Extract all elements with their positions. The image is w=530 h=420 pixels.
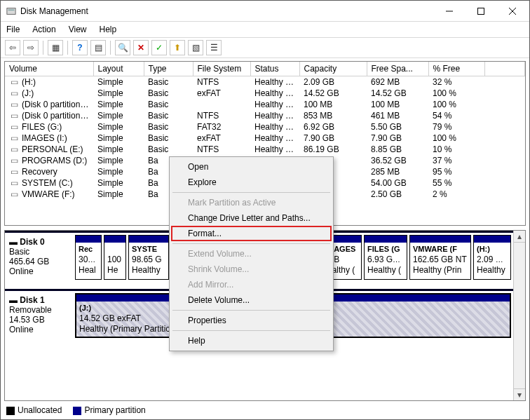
volume-row[interactable]: ▭(J:)SimpleBasicexFATHealthy ( ...14.52 … bbox=[5, 88, 525, 99]
disk0-partition[interactable]: FILES (G6.93 GB FHealthy ( bbox=[364, 235, 407, 280]
ctx-delete-volume[interactable]: Delete Volume... bbox=[171, 292, 332, 308]
column-header[interactable]: Status bbox=[250, 62, 299, 76]
cell: 95 % bbox=[428, 166, 484, 177]
partition-body: 100He bbox=[104, 243, 125, 278]
disk0-size: 465.64 GB bbox=[9, 257, 49, 266]
disk0-partition[interactable]: Rec300 MHeal bbox=[75, 235, 102, 280]
new-icon[interactable]: ▧ bbox=[188, 40, 203, 55]
search-icon[interactable]: 🔍 bbox=[115, 40, 130, 55]
ctx-explore[interactable]: Explore bbox=[171, 175, 332, 190]
partition-header bbox=[410, 236, 470, 243]
ctx-format[interactable]: Format... bbox=[171, 226, 332, 241]
column-header[interactable]: File System bbox=[193, 62, 250, 76]
partition-size: 2.09 GB bbox=[477, 255, 508, 264]
ctx-properties[interactable]: Properties bbox=[171, 313, 332, 328]
table-view-icon[interactable]: ▦ bbox=[48, 40, 63, 55]
cell: Simple bbox=[93, 166, 144, 177]
partition-size: 98.65 G bbox=[132, 255, 162, 264]
volume-row[interactable]: ▭(Disk 0 partition 5)SimpleBasicNTFSHeal… bbox=[5, 110, 525, 121]
column-header[interactable]: Free Spa... bbox=[367, 62, 428, 76]
swatch-black bbox=[6, 407, 15, 415]
volume-row[interactable]: ▭PERSONAL (E:)SimpleBasicNTFSHealthy (P.… bbox=[5, 144, 525, 155]
cell: Healthy (P... bbox=[250, 133, 299, 144]
column-header[interactable]: % Free bbox=[428, 62, 484, 76]
cell: 37 % bbox=[428, 155, 484, 166]
volume-row[interactable]: ▭(Disk 0 partition 2)SimpleBasicHealthy … bbox=[5, 99, 525, 110]
cell: Simple bbox=[93, 189, 144, 200]
vertical-scrollbar[interactable]: ▴ ▾ bbox=[513, 231, 525, 400]
maximize-button[interactable] bbox=[465, 1, 496, 21]
scroll-down-icon[interactable]: ▾ bbox=[514, 388, 525, 400]
cell bbox=[193, 99, 250, 110]
partition-name: VMWARE (F bbox=[413, 245, 457, 253]
ctx-open[interactable]: Open bbox=[171, 159, 332, 175]
folder-up-icon[interactable]: ⬆ bbox=[170, 40, 185, 55]
menu-view[interactable]: View bbox=[67, 23, 88, 36]
cell: 100 % bbox=[428, 88, 484, 99]
cell: Simple bbox=[93, 155, 144, 166]
ctx-separator bbox=[172, 192, 330, 193]
cell: NTFS bbox=[193, 76, 250, 88]
partition-size: 300 M bbox=[79, 255, 101, 264]
disk0-partition[interactable]: VMWARE (F162.65 GB NTHealthy (Prin bbox=[409, 235, 471, 280]
forward-arrow-icon[interactable]: ⇨ bbox=[23, 40, 39, 55]
cell: 100 % bbox=[428, 133, 484, 144]
minimize-button[interactable] bbox=[433, 1, 465, 21]
partition-header bbox=[104, 236, 125, 243]
cell: ▭(J:) bbox=[5, 88, 93, 99]
ctx-separator bbox=[172, 310, 330, 311]
svg-rect-3 bbox=[477, 8, 484, 14]
properties-icon[interactable]: ▤ bbox=[90, 40, 106, 55]
cell: ▭(Disk 0 partition 2) bbox=[5, 99, 93, 110]
partition-header bbox=[129, 236, 168, 243]
partition-body: (H:)2.09 GBHealthy bbox=[474, 243, 510, 278]
partition-header bbox=[365, 236, 407, 243]
column-header[interactable]: Layout bbox=[93, 62, 144, 76]
cell: 14.52 GB bbox=[367, 88, 428, 99]
menu-help[interactable]: Help bbox=[98, 23, 118, 36]
swatch-blue bbox=[73, 407, 81, 415]
column-header[interactable]: Type bbox=[144, 62, 193, 76]
disk1-size: 14.53 GB bbox=[9, 315, 45, 325]
partition-size: 6.93 GB F bbox=[367, 255, 406, 264]
checkmark-icon[interactable]: ✓ bbox=[151, 40, 167, 55]
cell: ▭(H:) bbox=[5, 76, 93, 88]
help-icon[interactable]: ? bbox=[72, 40, 88, 55]
back-arrow-icon[interactable]: ⇦ bbox=[5, 40, 20, 55]
volume-row[interactable]: ▭FILES (G:)SimpleBasicFAT32Healthy (P...… bbox=[5, 121, 525, 133]
cell: 8.85 GB bbox=[367, 144, 428, 155]
disk0-partition[interactable]: 100He bbox=[104, 235, 126, 280]
ctx-change-letter[interactable]: Change Drive Letter and Paths... bbox=[171, 210, 332, 226]
disk0-partition[interactable]: (H:)2.09 GBHealthy bbox=[473, 235, 511, 280]
volume-row[interactable]: ▭IMAGES (I:)SimpleBasicexFATHealthy (P..… bbox=[5, 133, 525, 144]
disk0-label[interactable]: ▬ Disk 0 Basic 465.64 GB Online bbox=[5, 233, 75, 282]
disk0-partition[interactable]: SYSTE98.65 GHealthy bbox=[128, 235, 169, 280]
cell: 5.50 GB bbox=[367, 121, 428, 133]
partition-status: Healthy ( bbox=[367, 265, 401, 275]
partition-status: Healthy (Prin bbox=[413, 265, 461, 275]
partition-name: SYSTE bbox=[132, 245, 157, 253]
column-header[interactable]: Volume bbox=[5, 62, 93, 76]
volume-icon: ▭ bbox=[9, 100, 19, 109]
cell: 6.92 GB bbox=[299, 121, 367, 133]
cell: ▭FILES (G:) bbox=[5, 121, 93, 133]
delete-icon[interactable]: ✕ bbox=[133, 40, 149, 55]
titlebar[interactable]: Disk Management bbox=[1, 1, 529, 22]
cell: Simple bbox=[93, 76, 144, 88]
cell: 853 MB bbox=[299, 110, 367, 121]
scroll-up-icon[interactable]: ▴ bbox=[514, 231, 525, 243]
menu-action[interactable]: Action bbox=[31, 23, 57, 36]
column-header[interactable]: Capacity bbox=[299, 62, 367, 76]
list-icon[interactable]: ☰ bbox=[206, 40, 222, 55]
menu-file[interactable]: File bbox=[5, 23, 21, 36]
cell: 100 MB bbox=[299, 99, 367, 110]
ctx-help[interactable]: Help bbox=[171, 333, 332, 348]
menubar: File Action View Help bbox=[1, 22, 529, 38]
cell: ▭PROGRAMS (D:) bbox=[5, 155, 93, 166]
cell: Simple bbox=[93, 121, 144, 133]
close-button[interactable] bbox=[496, 1, 528, 21]
disk0-drive-icon: ▬ bbox=[9, 237, 18, 247]
volume-row[interactable]: ▭(H:)SimpleBasicNTFSHealthy (P...2.09 GB… bbox=[5, 76, 525, 88]
cell: Healthy (P... bbox=[250, 144, 299, 155]
disk1-label[interactable]: ▬ Disk 1 Removable 14.53 GB Online bbox=[5, 291, 75, 340]
